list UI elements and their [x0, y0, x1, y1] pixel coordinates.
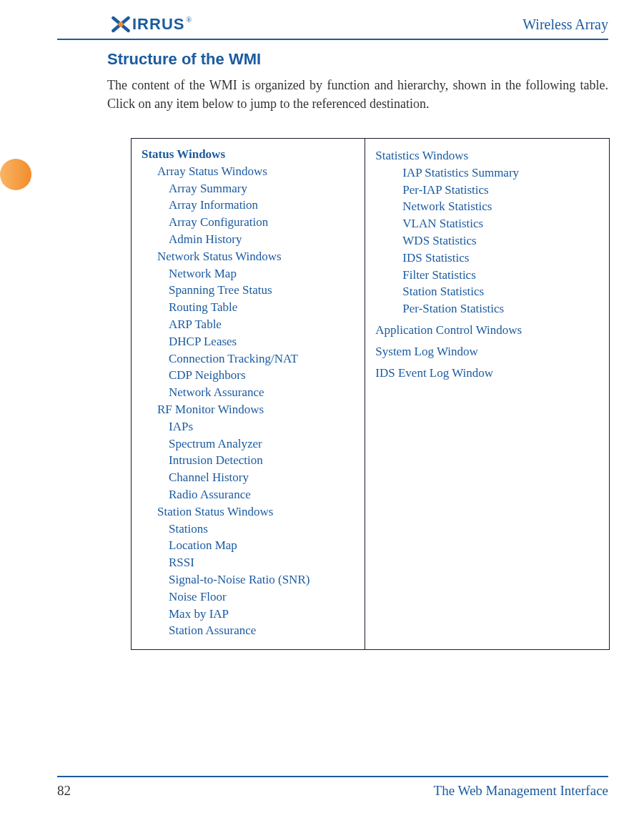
- wmi-link[interactable]: Radio Assurance: [142, 486, 355, 503]
- wmi-link[interactable]: DHCP Leases: [142, 333, 355, 350]
- wmi-table-right-column: Statistics WindowsIAP Statistics Summary…: [365, 139, 609, 649]
- wmi-link[interactable]: RSSI: [142, 554, 355, 571]
- wmi-link[interactable]: Statistics Windows: [375, 147, 599, 164]
- page-number: 82: [57, 783, 71, 799]
- wmi-link[interactable]: Noise Floor: [142, 588, 355, 606]
- wmi-link[interactable]: Network Assurance: [142, 384, 355, 401]
- wmi-link[interactable]: Per-Station Statistics: [375, 300, 599, 317]
- wmi-link[interactable]: Array Configuration: [142, 214, 355, 231]
- xirrus-x-icon: [111, 14, 131, 34]
- side-tab-marker: [0, 159, 31, 190]
- wmi-link[interactable]: Array Summary: [142, 180, 355, 197]
- wmi-link[interactable]: Spanning Tree Status: [142, 282, 355, 299]
- header-rule: [57, 39, 608, 40]
- footer-chapter-title: The Web Management Interface: [434, 783, 608, 799]
- wmi-link[interactable]: Routing Table: [142, 299, 355, 316]
- wmi-link[interactable]: IDS Event Log Window: [375, 365, 599, 382]
- wmi-link[interactable]: Intrusion Detection: [142, 452, 355, 469]
- content-area: Structure of the WMI The content of the …: [107, 50, 608, 129]
- wmi-link[interactable]: Array Information: [142, 197, 355, 214]
- wmi-table-left-column: Status WindowsArray Status WindowsArray …: [132, 139, 365, 649]
- svg-point-2: [119, 22, 124, 27]
- brand-text: IRRUS: [132, 15, 184, 34]
- wmi-link[interactable]: Station Status Windows: [142, 503, 355, 521]
- wmi-link[interactable]: WDS Statistics: [375, 232, 599, 250]
- wmi-link[interactable]: CDP Neighbors: [142, 367, 355, 384]
- wmi-link[interactable]: Network Statistics: [375, 198, 599, 215]
- wmi-link[interactable]: Signal-to-Noise Ratio (SNR): [142, 571, 355, 588]
- registered-icon: ®: [186, 16, 192, 24]
- wmi-link[interactable]: IDS Statistics: [375, 250, 599, 267]
- header-product-name: Wireless Array: [522, 16, 608, 33]
- wmi-link[interactable]: Channel History: [142, 469, 355, 486]
- wmi-link[interactable]: Array Status Windows: [142, 163, 355, 180]
- wmi-link[interactable]: Application Control Windows: [375, 322, 599, 339]
- footer-rule: [57, 776, 608, 777]
- section-intro: The content of the WMI is organized by f…: [107, 76, 608, 113]
- wmi-link[interactable]: VLAN Statistics: [375, 215, 599, 232]
- page-header: IRRUS ® Wireless Array: [111, 14, 608, 34]
- wmi-link[interactable]: Per-IAP Statistics: [375, 182, 599, 199]
- wmi-link[interactable]: System Log Window: [375, 343, 599, 360]
- wmi-structure-table: Status WindowsArray Status WindowsArray …: [131, 138, 610, 650]
- wmi-link[interactable]: Stations: [142, 521, 355, 538]
- wmi-link[interactable]: Status Windows: [142, 146, 355, 163]
- brand-logo: IRRUS ®: [111, 14, 192, 34]
- wmi-link[interactable]: Filter Statistics: [375, 267, 599, 284]
- wmi-link[interactable]: Max by IAP: [142, 606, 355, 623]
- page-footer: 82 The Web Management Interface: [57, 783, 608, 799]
- wmi-link[interactable]: Station Statistics: [375, 283, 599, 300]
- wmi-link[interactable]: Station Assurance: [142, 622, 355, 639]
- wmi-link[interactable]: Spectrum Analyzer: [142, 435, 355, 453]
- wmi-link[interactable]: Admin History: [142, 231, 355, 248]
- wmi-link[interactable]: Network Status Windows: [142, 248, 355, 265]
- wmi-link[interactable]: IAPs: [142, 418, 355, 435]
- wmi-link[interactable]: Connection Tracking/NAT: [142, 350, 355, 368]
- page: IRRUS ® Wireless Array Structure of the …: [0, 0, 644, 813]
- wmi-link[interactable]: Network Map: [142, 265, 355, 282]
- wmi-link[interactable]: IAP Statistics Summary: [375, 164, 599, 182]
- section-title: Structure of the WMI: [107, 50, 608, 69]
- wmi-link[interactable]: Location Map: [142, 537, 355, 554]
- wmi-link[interactable]: RF Monitor Windows: [142, 401, 355, 418]
- wmi-link[interactable]: ARP Table: [142, 316, 355, 333]
